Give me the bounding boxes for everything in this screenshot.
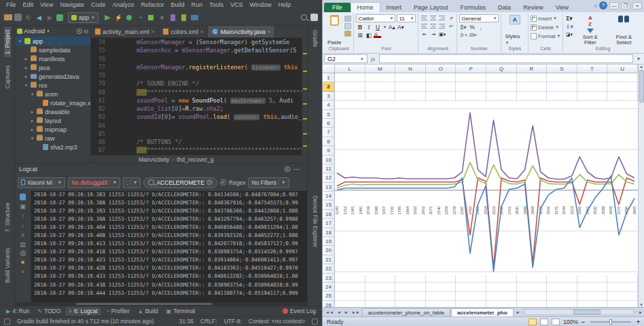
cut-icon[interactable] xyxy=(344,16,351,22)
favorites-star-icon[interactable]: ★ xyxy=(20,259,25,266)
menu-code[interactable]: Code xyxy=(88,1,109,8)
save-icon[interactable] xyxy=(14,14,22,21)
row-header-26[interactable]: 26 xyxy=(323,301,334,310)
merge-center-icon[interactable]: ▣▾ xyxy=(438,31,446,38)
bold-button[interactable]: B xyxy=(356,23,363,31)
tree-item-drawable[interactable]: ▸drawable xyxy=(15,107,90,116)
normal-view-button[interactable] xyxy=(529,319,537,325)
close-tab-icon[interactable]: × xyxy=(268,29,271,35)
autosum-icon[interactable]: Σ▾ xyxy=(565,14,573,22)
row-header-25[interactable]: 25 xyxy=(323,291,334,300)
help-icon[interactable]: ? xyxy=(599,1,607,10)
zoom-in-icon[interactable]: + xyxy=(637,319,640,325)
column-header-n[interactable]: N xyxy=(395,65,426,73)
decrease-indent-icon[interactable]: ⇤ xyxy=(421,31,428,38)
toolwindow-button----project[interactable]: 1: Project xyxy=(4,27,11,57)
comma-style-icon[interactable]: , xyxy=(477,23,484,31)
row-header-21[interactable]: 21 xyxy=(323,255,334,264)
sdk-manager-icon[interactable] xyxy=(179,13,188,22)
vertical-scrollbar[interactable]: ▲ ▼ xyxy=(638,65,644,307)
tree-item-mipmap[interactable]: ▸mipmap xyxy=(15,125,90,134)
number-group-label[interactable]: Number xyxy=(459,46,499,53)
editor-tab-activity-main-xml[interactable]: activity_main.xml× xyxy=(91,26,159,37)
align-left-icon[interactable] xyxy=(421,23,428,29)
ribbon-tab-page-layout[interactable]: Page Layout xyxy=(408,3,454,12)
column-header-t[interactable]: T xyxy=(577,65,608,73)
regex-checkbox[interactable]: ✓ xyxy=(220,179,226,185)
tab-scroll-left-icon[interactable]: ◄ xyxy=(514,310,521,314)
open-folder-icon[interactable] xyxy=(4,14,12,20)
project-view-selector[interactable]: Android xyxy=(24,28,45,35)
menu-tools[interactable]: Tools xyxy=(206,1,227,8)
tree-item-res[interactable]: ▾res xyxy=(15,81,90,90)
close-tab-icon[interactable]: × xyxy=(151,29,155,35)
more-icon[interactable]: » xyxy=(21,268,24,275)
scroll-up-icon[interactable]: ▲ xyxy=(639,65,643,69)
font-group-label[interactable]: Font xyxy=(356,46,416,53)
tree-item-sha2-mp3[interactable]: sha2.mp3 xyxy=(15,143,90,151)
ribbon-tab-review[interactable]: Review xyxy=(517,3,550,12)
row-header-23[interactable]: 23 xyxy=(323,274,334,283)
borders-button[interactable]: ⊞ xyxy=(356,31,363,39)
run-icon[interactable]: ▶ xyxy=(103,13,112,22)
tree-item-generatedjava[interactable]: ▸generatedJava xyxy=(15,72,90,81)
first-sheet-icon[interactable]: ◄◄ xyxy=(324,310,335,314)
menu-edit[interactable]: Edit xyxy=(20,1,37,8)
sheet-tab-accelerometer_phone_on_table[interactable]: accelerometer_phone_on_table xyxy=(362,308,451,316)
menu-window[interactable]: Window xyxy=(247,1,275,8)
row-header-9[interactable]: 9 xyxy=(323,146,334,155)
ribbon-tab-view[interactable]: View xyxy=(550,3,575,12)
sheet-tab-accelerometer_pho[interactable]: accelerometer_pho xyxy=(451,308,513,316)
logcat-search-input[interactable]: ACCELEROMETE × xyxy=(143,177,217,188)
tab-area-horizontal-scrollbar[interactable] xyxy=(524,309,634,315)
file-encoding[interactable]: UTF-8: xyxy=(223,318,241,325)
column-header-u[interactable]: U xyxy=(607,65,638,73)
tree-item-sampledata[interactable]: sampledata xyxy=(15,46,90,54)
underline-button[interactable]: U xyxy=(374,23,381,31)
page-layout-view-button[interactable] xyxy=(540,319,548,325)
undo-icon[interactable]: ◀ xyxy=(35,13,43,22)
logcat-minimize-icon[interactable]: — xyxy=(290,166,303,173)
avd-manager-icon[interactable] xyxy=(168,13,177,22)
code-editor[interactable]: 74 mSensorManager = (SensorManager) getS… xyxy=(91,38,302,155)
name-box[interactable]: G2▼ xyxy=(324,54,368,63)
row-header-18[interactable]: 18 xyxy=(323,228,334,237)
format-painter-icon[interactable] xyxy=(344,31,351,37)
row-header-11[interactable]: 11 xyxy=(323,164,334,173)
fill-icon[interactable]: ⇓▾ xyxy=(565,22,573,30)
menu-file[interactable]: File xyxy=(3,1,20,8)
row-header-20[interactable]: 20 xyxy=(323,246,334,255)
grow-font-button[interactable]: A▴ xyxy=(388,23,395,31)
increase-indent-icon[interactable]: ⇥ xyxy=(429,31,437,38)
toolwindow-toggle-icon[interactable] xyxy=(4,319,10,325)
clear-icon[interactable]: ◪▾ xyxy=(565,31,573,38)
lock-icon[interactable] xyxy=(312,319,318,325)
ribbon-tab-data[interactable]: Data xyxy=(492,3,517,12)
accelerometer-line-chart[interactable]: 1243131213811450151915881657172617951864… xyxy=(335,102,638,275)
tree-item-rotate-image-xml[interactable]: rotate_image.xml xyxy=(15,98,90,107)
menu-vcs[interactable]: VCS xyxy=(227,1,247,8)
bottom-tab-event[interactable]: Event Log xyxy=(279,307,319,316)
bottom-tab-profiler[interactable]: ◔Profiler xyxy=(103,307,133,316)
styles-button[interactable]: A Styles ▼ xyxy=(503,14,526,46)
close-tab-icon[interactable]: × xyxy=(200,29,204,35)
row-header-5[interactable]: 5 xyxy=(323,110,334,119)
redo-icon[interactable]: ▶ xyxy=(46,13,54,22)
column-header-o[interactable]: O xyxy=(426,65,457,73)
delete-cells-button[interactable]: Delete▼ xyxy=(531,23,560,31)
menu-help[interactable]: Help xyxy=(275,1,295,8)
menu-refactor[interactable]: Refactor xyxy=(137,1,167,8)
device-frame-icon[interactable] xyxy=(190,13,199,22)
run-config-dropdown[interactable]: app ▼ xyxy=(68,12,99,23)
search-everywhere-icon[interactable] xyxy=(300,13,308,22)
row-header-2[interactable]: 2 xyxy=(323,82,334,91)
insert-cells-button[interactable]: Insert▼ xyxy=(531,14,560,22)
column-header-r[interactable]: R xyxy=(517,65,548,73)
expand-formula-bar-icon[interactable]: ▼ xyxy=(634,56,643,61)
font-name-select[interactable]: Calibri▼ xyxy=(356,14,395,22)
debug-icon[interactable] xyxy=(125,13,134,22)
select-all-corner[interactable] xyxy=(323,65,335,73)
wrap-text-icon[interactable]: ↩ xyxy=(447,22,454,30)
tree-item-app[interactable]: ▾app xyxy=(15,37,90,46)
styles-group-label[interactable]: Styles xyxy=(503,46,526,53)
